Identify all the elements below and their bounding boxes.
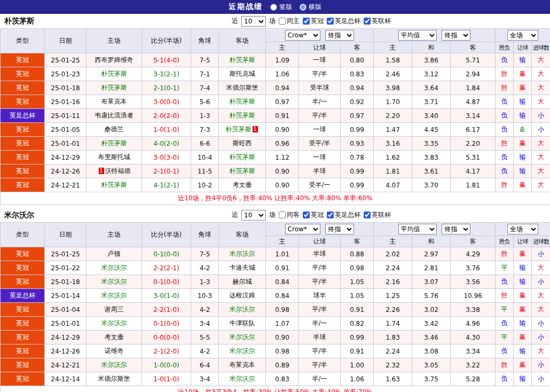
team-name-text: 米尔沃尔 xyxy=(230,333,255,341)
result-goals: 大 xyxy=(532,95,550,109)
horizontal-layout-radio[interactable] xyxy=(300,4,307,11)
match-count-select[interactable]: 10 xyxy=(241,210,266,221)
avg-away-odds: 5.31 xyxy=(451,151,496,164)
result-wdl: 胜 xyxy=(496,358,514,372)
scope-select[interactable]: 全场 xyxy=(507,224,538,234)
team-name-text: 米德尔斯堡 xyxy=(98,375,130,382)
match-date: 25-01-05 xyxy=(45,123,87,137)
bookmaker-select[interactable]: Crow* xyxy=(285,30,320,41)
eflcup-checkbox[interactable] xyxy=(364,211,371,218)
eflcup-label: 英联杯 xyxy=(372,210,391,219)
handicap-away-odds: 0.78 xyxy=(341,151,374,164)
same-home-checkbox[interactable] xyxy=(279,18,286,25)
handicap-home-odds: 0.94 xyxy=(266,81,299,95)
corner-count: 1-3 xyxy=(191,275,219,289)
result-handicap: 赢 xyxy=(514,67,532,81)
championship-checkbox[interactable] xyxy=(303,18,310,25)
results-body: 英冠25-01-25西布罗姆维奇5-1(4-0)7-5朴茨茅斯1.09一球0.8… xyxy=(1,53,550,192)
competition-type: 英冠 xyxy=(1,261,45,275)
average-select[interactable]: 平均值 xyxy=(398,30,437,41)
result-handicap: 赢 xyxy=(514,358,532,372)
avg-away-odds: 1.84 xyxy=(451,81,496,95)
match-date: 24-12-26 xyxy=(45,164,87,178)
result-wdl: 胜 xyxy=(496,247,514,261)
competition-type: 英冠 xyxy=(1,137,45,151)
corner-count: 6-4 xyxy=(191,358,219,372)
facup-checkbox[interactable] xyxy=(327,211,334,218)
handicap-line: 平/半 xyxy=(299,261,341,275)
corner-count: 7-1 xyxy=(191,67,219,81)
avg-away-odds: 3.14 xyxy=(451,109,496,123)
handicap-line: 半球 xyxy=(299,331,341,344)
match-count-select[interactable]: 10 xyxy=(241,16,266,27)
same-venue-filter[interactable]: 同主 xyxy=(279,17,300,26)
layout-vertical-option[interactable]: 竖版 xyxy=(270,3,292,12)
same-away-checkbox[interactable] xyxy=(279,211,286,218)
comp-filter-championship[interactable]: 英冠 xyxy=(303,17,324,26)
handicap-away-odds: 0.99 xyxy=(341,331,374,344)
comp-filter-facup[interactable]: 英足总杯 xyxy=(327,17,360,26)
avg-away-odds: 4.17 xyxy=(451,164,496,178)
result-handicap: 赢 xyxy=(514,247,532,261)
result-wdl: 负 xyxy=(496,53,514,67)
games-label: 场 xyxy=(269,210,276,219)
match-date: 25-01-22 xyxy=(45,261,87,275)
comp-filter-eflcup[interactable]: 英联杯 xyxy=(364,17,391,26)
handicap-home-odds: 1.01 xyxy=(266,247,299,261)
avg-away-odds: 2.20 xyxy=(451,137,496,151)
vertical-layout-radio[interactable] xyxy=(270,4,277,11)
handicap-home-odds: 0.83 xyxy=(266,372,299,386)
competition-type: 英足总杯 xyxy=(1,289,45,303)
team-name-text: 朴茨茅斯 xyxy=(226,126,252,133)
section-header: 米尔沃尔 近 10 场 同客 英冠 英足总杯 xyxy=(0,208,550,222)
recent-results-panel: 近期战绩 竖版 横版 朴茨茅斯 近 10 场 同主 xyxy=(0,0,550,392)
handicap-home-odds: 0.90 xyxy=(266,331,299,344)
results-table: 类型 日期 主场 比分(半场) 角球 客场 Crow* 终指 平均值 终指 xyxy=(0,222,550,392)
handicap-home-odds: 1.07 xyxy=(266,317,299,331)
corner-count: 7-3 xyxy=(191,123,219,137)
result-goals: 小 xyxy=(532,317,550,331)
scope-select[interactable]: 全场 xyxy=(507,30,538,41)
red-card-badge: 1 xyxy=(253,126,258,132)
comp-filter-eflcup[interactable]: 英联杯 xyxy=(364,210,391,219)
team-section-portsmouth: 朴茨茅斯 近 10 场 同主 英冠 英足总杯 xyxy=(0,14,550,205)
result-goals: 大 xyxy=(532,137,550,151)
match-row: 英冠25-01-25卢顿0-1(0-0)7-5米尔沃尔1.01半球0.882.0… xyxy=(1,247,550,261)
team-name-text: 布莱克本 xyxy=(101,98,127,105)
eflcup-checkbox[interactable] xyxy=(364,18,371,25)
match-score: 2-1(2-0) xyxy=(142,344,191,358)
same-venue-filter[interactable]: 同客 xyxy=(279,210,300,219)
away-team-cell: 斯旺西 xyxy=(219,137,266,151)
home-team-cell: 米尔沃尔 xyxy=(87,261,142,275)
match-score: 1-0(1-0) xyxy=(142,123,191,137)
result-goals: 小 xyxy=(532,247,550,261)
layout-horizontal-option[interactable]: 横版 xyxy=(300,3,321,12)
summary-row: 近10场，胜3平3负4，胜率:30% 让胜率:50% 大率:40% 单率:70% xyxy=(1,386,550,392)
championship-checkbox[interactable] xyxy=(303,211,310,218)
comp-filter-facup[interactable]: 英足总杯 xyxy=(327,210,360,219)
team-name-text: 卡迪夫城 xyxy=(230,264,255,271)
home-team-cell: 朴茨茅斯 xyxy=(87,81,142,95)
sub-header-handicap: 让球 xyxy=(299,236,341,247)
bookmaker-select[interactable]: Crow* xyxy=(285,224,320,234)
sub-header-wdl: 胜负 xyxy=(496,42,514,53)
result-goals: 小 xyxy=(532,123,550,137)
handicap-stage-select[interactable]: 终指 xyxy=(325,30,354,41)
avg-away-odds: 4.87 xyxy=(451,95,496,109)
match-score: 0-1(0-0) xyxy=(142,317,191,331)
comp-filter-championship[interactable]: 英冠 xyxy=(303,210,324,219)
average-stage-select[interactable]: 终指 xyxy=(442,30,470,41)
facup-checkbox[interactable] xyxy=(327,18,334,25)
average-stage-select[interactable]: 终指 xyxy=(442,224,470,234)
handicap-home-odds: 0.91 xyxy=(266,109,299,123)
away-team-cell: 朴茨茅斯 xyxy=(219,95,266,109)
handicap-stage-select[interactable]: 终指 xyxy=(325,224,354,234)
average-select[interactable]: 平均值 xyxy=(398,224,437,234)
avg-away-odds: 3.38 xyxy=(451,303,496,317)
team-name-text: 考文垂 xyxy=(105,333,124,341)
result-handicap: 赢 xyxy=(514,289,532,303)
sub-header-avg-away: 客 xyxy=(451,236,496,247)
handicap-home-odds: 1.12 xyxy=(266,151,299,164)
match-score: 2-1(0-1) xyxy=(142,164,191,178)
handicap-home-odds: 0.90 xyxy=(266,123,299,137)
